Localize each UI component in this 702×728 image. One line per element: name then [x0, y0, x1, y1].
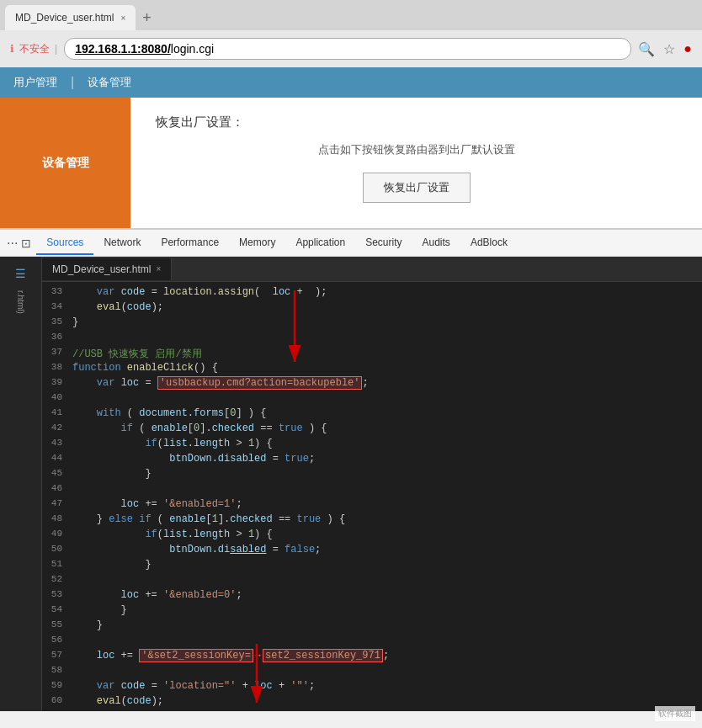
file-tab-label: MD_Device_user.html — [52, 263, 151, 275]
tab-performance[interactable]: Performance — [151, 231, 229, 255]
code-line-60: 60 eval(code); — [42, 694, 702, 709]
devtools-tab-bar: ··· ⊡ Sources Network Performance Memory… — [0, 228, 702, 257]
code-line-43: 43 if(list.length > 1) { — [42, 437, 702, 452]
watermark: 软件截图 — [655, 706, 695, 721]
file-tree-panel: ☰ r.html) — [0, 257, 42, 711]
code-content: 33 var code = location.assign( loc + ); … — [42, 282, 702, 711]
code-line-48: 48 } else if ( enable[1].checked == true… — [42, 513, 702, 528]
info-icon: ℹ — [10, 43, 14, 55]
nav-divider: | — [71, 75, 74, 90]
insecure-label: 不安全 — [19, 42, 50, 56]
code-line-36: 36 — [42, 331, 702, 346]
code-line-42: 42 if ( enable[0].checked == true ) { — [42, 422, 702, 437]
reset-factory-button[interactable]: 恢复出厂设置 — [363, 173, 471, 203]
code-line-37: 37 //USB 快速恢复 启用/禁用 — [42, 346, 702, 361]
file-label-r: r.html) — [16, 287, 25, 317]
code-line-40: 40 — [42, 391, 702, 407]
url-suffix: login.cgi — [171, 42, 214, 56]
toolbar-icons: 🔍 ☆ ● — [638, 41, 692, 57]
tab-label: MD_Device_user.html — [15, 12, 114, 24]
code-line-34: 34 eval(code); — [42, 300, 702, 316]
code-line-49: 49 if(list.length > 1) { — [42, 528, 702, 543]
code-line-53: 53 loc += '&enabled=0'; — [42, 588, 702, 603]
main-area: 恢复出厂设置： 点击如下按钮恢复路由器到出厂默认设置 恢复出厂设置 — [130, 98, 702, 228]
code-line-35: 35 } — [42, 316, 702, 331]
tab-network[interactable]: Network — [93, 231, 151, 255]
tab-audits[interactable]: Audits — [412, 231, 460, 255]
code-line-59: 59 var code = 'location="' + loc + '"'; — [42, 679, 702, 694]
code-line-52: 52 — [42, 573, 702, 588]
code-line-38: 38 function enableClick() { — [42, 361, 702, 376]
code-line-61: 61 } — [42, 709, 702, 711]
code-line-51: 51 } — [42, 558, 702, 573]
address-bar: ℹ 不安全 | 192.168.1.1:8080/login.cgi 🔍 ☆ ● — [0, 30, 702, 67]
security-indicator: ℹ 不安全 | — [10, 42, 57, 56]
url-bar[interactable]: 192.168.1.1:8080/login.cgi — [64, 38, 631, 60]
bookmark-icon[interactable]: ☆ — [663, 41, 675, 57]
code-line-58: 58 — [42, 664, 702, 679]
code-line-47: 47 loc += '&enabled=1'; — [42, 497, 702, 513]
search-icon[interactable]: 🔍 — [638, 41, 655, 57]
code-line-54: 54 } — [42, 603, 702, 619]
site-nav: 用户管理 | 设备管理 — [0, 67, 702, 98]
browser-chrome: MD_Device_user.html × + ℹ 不安全 | 192.168.… — [0, 0, 702, 67]
code-line-55: 55 } — [42, 619, 702, 634]
code-line-45: 45 } — [42, 467, 702, 482]
tab-security[interactable]: Security — [355, 231, 412, 255]
code-line-39: 39 var loc = 'usbbackup.cmd?action=backu… — [42, 376, 702, 391]
divider: | — [55, 43, 57, 55]
tab-bar: MD_Device_user.html × + — [0, 0, 702, 30]
nav-user-mgmt[interactable]: 用户管理 — [0, 68, 71, 97]
devtools: ··· ⊡ Sources Network Performance Memory… — [0, 228, 702, 711]
file-tab-active[interactable]: MD_Device_user.html × — [42, 258, 172, 280]
file-icon[interactable]: ☰ — [15, 263, 26, 284]
file-tab-bar: MD_Device_user.html × — [42, 257, 702, 282]
code-line-33: 33 var code = location.assign( loc + ); — [42, 285, 702, 300]
opera-icon[interactable]: ● — [683, 41, 692, 56]
code-line-57: 57 loc += '&set2_sessionKey=→set2_sessio… — [42, 649, 702, 664]
section-title: 恢复出厂设置： — [156, 114, 677, 130]
devtools-panel: ☰ r.html) MD_Device_user.html × 33 var c… — [0, 257, 702, 711]
code-line-56: 56 — [42, 634, 702, 649]
tab-close-icon[interactable]: × — [120, 13, 125, 23]
active-tab[interactable]: MD_Device_user.html × — [5, 5, 136, 30]
code-line-44: 44 btnDown.disabled = true; — [42, 452, 702, 467]
nav-device-mgmt[interactable]: 设备管理 — [74, 68, 145, 97]
tab-sources[interactable]: Sources — [36, 231, 93, 255]
code-line-50: 50 btnDown.disabled = false; — [42, 543, 702, 558]
devtools-more-icon[interactable]: ··· — [7, 236, 18, 251]
tab-application[interactable]: Application — [285, 231, 355, 255]
code-line-46: 46 — [42, 482, 702, 497]
main-layout: 设备管理 恢复出厂设置： 点击如下按钮恢复路由器到出厂默认设置 恢复出厂设置 — [0, 98, 702, 228]
new-tab-button[interactable]: + — [136, 9, 158, 27]
code-editor: MD_Device_user.html × 33 var code = loca… — [42, 257, 702, 711]
sidebar: 设备管理 — [0, 98, 130, 228]
tab-adblock[interactable]: AdBlock — [460, 231, 518, 255]
url-prefix: 192.168.1.1:8080/ — [75, 42, 171, 56]
devtools-panel-icon[interactable]: ⊡ — [21, 236, 31, 250]
tab-memory[interactable]: Memory — [229, 231, 285, 255]
code-line-41: 41 with ( document.forms[0] ) { — [42, 407, 702, 422]
file-tab-close-icon[interactable]: × — [156, 264, 161, 274]
section-desc: 点击如下按钮恢复路由器到出厂默认设置 — [156, 142, 677, 157]
sidebar-label: 设备管理 — [42, 156, 89, 171]
